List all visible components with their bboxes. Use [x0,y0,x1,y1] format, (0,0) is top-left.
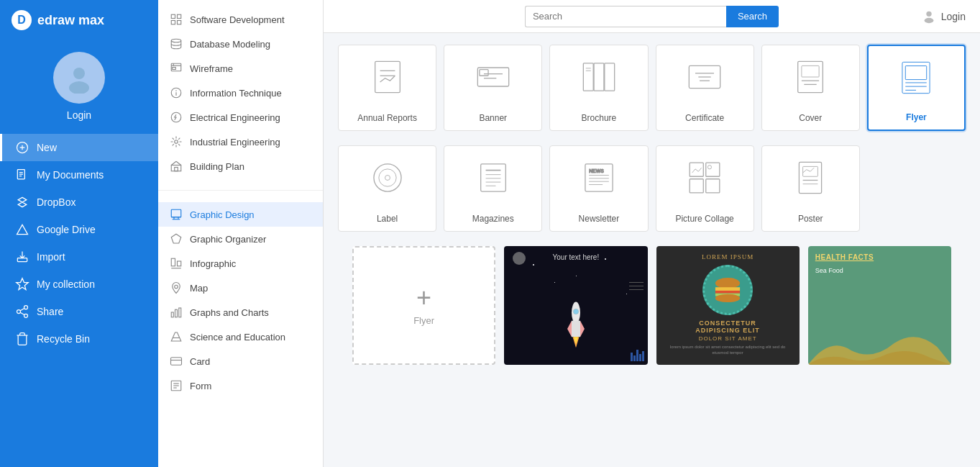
svg-rect-52 [171,358,182,366]
flyer-card-burger[interactable]: LOREM IPSUM CONSECTETUR ADIPISCIN [656,246,800,365]
sidebar-item-dropbox[interactable]: DropBox [0,189,158,216]
sidebar-item-recycle-bin[interactable]: Recycle Bin [0,325,158,353]
template-card-cover[interactable]: Cover [761,45,860,131]
svg-rect-117 [715,287,740,291]
map-icon [170,281,183,294]
sidebar-login-label[interactable]: Login [67,109,91,121]
svg-point-87 [385,176,390,181]
sidebar-item-import[interactable]: Import [0,243,158,271]
middle-divider [158,190,323,191]
svg-point-104 [707,166,711,169]
sidebar-item-google-drive[interactable]: Google Drive [0,216,158,243]
template-card-picture-collage[interactable]: Picture Collage [656,145,754,232]
template-card-magazines[interactable]: Magazines [444,145,542,232]
form-icon [170,379,183,392]
lorem-body: lorem ipsum dolor sit amet consectetur a… [662,345,794,356]
card-icon [170,355,183,368]
middle-label-info-tech: Information Technique [190,88,282,99]
consectetur-text: CONSECTETUR [699,319,756,327]
sidebar-nav: New My Documents DropBox Google Drive Im… [0,128,158,358]
svg-marker-50 [171,332,181,341]
svg-point-58 [926,11,931,16]
science-icon [170,330,183,343]
template-card-certificate[interactable]: Certificate [656,45,754,131]
svg-rect-69 [605,63,615,91]
middle-panel: Software Development Database Modeling W… [158,0,324,467]
middle-item-electrical[interactable]: Electrical Engineering [158,105,323,130]
svg-rect-19 [171,14,175,18]
lorem-ipsum-text: LOREM IPSUM [702,253,754,260]
middle-label-graphic-organizer: Graphic Organizer [190,234,266,245]
sidebar-item-my-collection[interactable]: My collection [0,271,158,298]
add-new-flyer-card[interactable]: + Flyer [352,246,495,365]
template-card-newsletter[interactable]: NEWS Newsletter [549,145,648,232]
template-card-annual-reports[interactable]: Annual Reports [338,45,436,131]
wireframe-icon [170,62,183,75]
burger-svg [710,276,745,304]
svg-rect-67 [583,63,593,91]
sidebar-item-share[interactable]: Share [0,298,158,325]
grid-icon [170,13,183,26]
dropbox-icon [15,195,29,209]
health-facts-title: HEALTH FACTS [815,253,874,261]
middle-item-info-tech[interactable]: Information Technique [158,81,323,105]
template-card-poster[interactable]: Poster [761,145,860,232]
flyer-card-health[interactable]: HEALTH FACTS Sea Food [808,246,951,365]
middle-item-card[interactable]: Card [158,349,323,373]
sidebar-item-my-documents[interactable]: My Documents [0,161,158,189]
middle-item-science[interactable]: Science and Education [158,325,323,349]
banner-icon [472,55,515,99]
newsletter-icon: NEWS [577,156,620,199]
header-login-label: Login [941,11,966,22]
middle-item-graphs[interactable]: Graphs and Charts [158,300,323,325]
label-label: Label [377,214,398,224]
svg-point-59 [924,17,933,22]
avatar-area: Login [0,40,158,128]
rocket-icon [565,296,587,350]
middle-item-graphic-organizer[interactable]: Graphic Organizer [158,227,323,251]
search-button[interactable]: Search [726,6,779,27]
user-icon [63,62,95,94]
import-icon [15,250,29,264]
svg-rect-27 [173,68,176,70]
middle-item-wireframe[interactable]: Wireframe [158,56,323,81]
middle-item-software-dev[interactable]: Software Development [158,7,323,32]
template-card-brochure[interactable]: Brochure [549,45,648,131]
search-input[interactable] [525,6,726,27]
middle-item-map[interactable]: Map [158,276,323,300]
svg-rect-48 [175,309,178,317]
flyer-card-space[interactable]: Your text here! [504,246,647,365]
svg-rect-88 [480,164,505,191]
middle-item-database[interactable]: Database Modeling [158,32,323,56]
svg-rect-110 [572,321,580,337]
header-login[interactable]: Login [921,9,966,24]
app-name: edraw max [37,13,104,28]
middle-label-card: Card [190,356,210,367]
svg-point-23 [171,39,181,42]
flyer-add-label: Flyer [413,315,434,326]
template-card-label[interactable]: Label [338,145,436,232]
svg-rect-44 [178,261,181,266]
middle-item-infographic[interactable]: Infographic [158,251,323,276]
middle-label-graphic-design: Graphic Design [190,209,255,220]
burger-circle [702,265,753,315]
svg-point-1 [69,81,89,94]
brochure-label: Brochure [582,113,617,123]
middle-item-form[interactable]: Form [158,373,323,398]
template-card-flyer[interactable]: Flyer [867,45,966,131]
template-card-banner[interactable]: Banner [444,45,542,131]
main-content: Search Login Annual Reports [324,0,980,467]
sidebar-item-new[interactable]: New [0,134,158,161]
sea-food-label: Sea Food [815,267,843,274]
svg-point-14 [24,306,28,309]
trash-icon [15,332,29,346]
middle-item-building[interactable]: Building Plan [158,154,323,178]
magazines-icon [472,156,515,199]
svg-rect-68 [594,63,604,91]
svg-rect-66 [480,70,488,76]
flyer-icon [894,56,938,99]
middle-item-industrial[interactable]: Industrial Engineering [158,130,323,154]
middle-item-graphic-design[interactable]: Graphic Design [158,202,323,227]
sidebar-label-my-collection: My collection [37,278,95,290]
middle-label-infographic: Infographic [190,258,236,269]
